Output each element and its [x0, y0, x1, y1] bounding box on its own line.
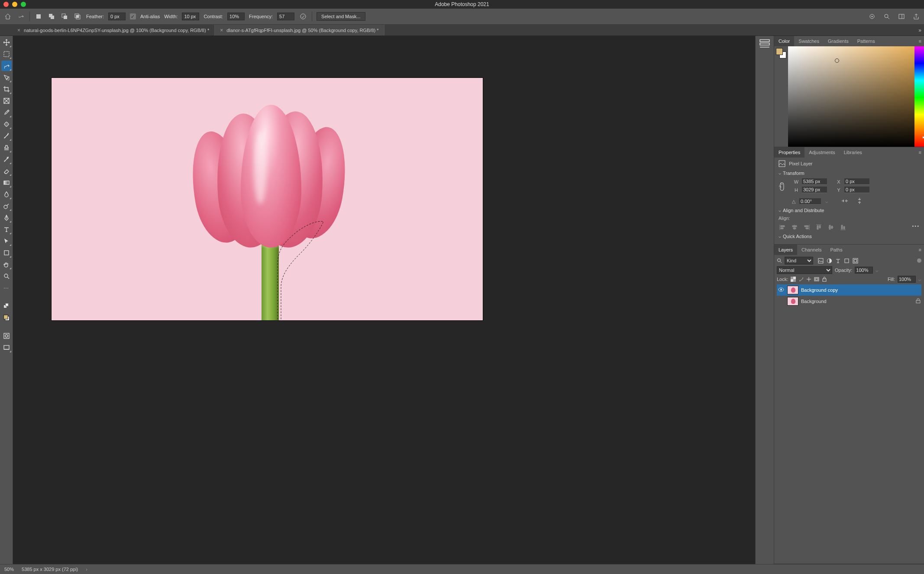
screen-mode-icon[interactable]: [1, 342, 12, 353]
chevron-right-icon[interactable]: ›: [86, 567, 87, 572]
frequency-input[interactable]: [277, 13, 294, 20]
search-icon[interactable]: [882, 12, 891, 21]
lock-nested-icon[interactable]: [814, 277, 819, 282]
align-section[interactable]: Align and Distribute: [779, 208, 920, 213]
hand-tool[interactable]: [1, 259, 12, 270]
height-field[interactable]: [802, 187, 827, 193]
dodge-tool[interactable]: [1, 201, 12, 211]
shape-tool[interactable]: [1, 248, 12, 258]
visibility-icon[interactable]: [778, 287, 785, 293]
filter-type-icon[interactable]: [835, 258, 841, 264]
frame-tool[interactable]: [1, 96, 12, 106]
path-select-tool[interactable]: [1, 236, 12, 246]
tab-paths[interactable]: Paths: [826, 245, 847, 255]
chevron-down-icon[interactable]: ⌵: [918, 277, 921, 282]
healing-tool[interactable]: [1, 119, 12, 129]
add-to-selection-icon[interactable]: [47, 12, 56, 21]
share-icon[interactable]: [912, 12, 921, 21]
lock-all-icon[interactable]: [822, 277, 827, 282]
tab-swatches[interactable]: Swatches: [794, 36, 824, 46]
stamp-tool[interactable]: [1, 142, 12, 153]
panel-menu-icon[interactable]: ≡: [916, 150, 924, 155]
lock-transparency-icon[interactable]: [791, 277, 796, 282]
filter-pixel-icon[interactable]: [817, 258, 824, 264]
history-brush-tool[interactable]: [1, 154, 12, 164]
width-field[interactable]: [802, 178, 827, 185]
layer-thumbnail[interactable]: [787, 286, 798, 294]
opacity-field[interactable]: [855, 267, 873, 274]
workspace-icon[interactable]: [897, 12, 906, 21]
layer-thumbnail[interactable]: [787, 297, 798, 306]
tab-libraries[interactable]: Libraries: [840, 147, 866, 158]
flip-vertical-icon[interactable]: [857, 197, 862, 205]
quick-actions-section[interactable]: Quick Actions: [779, 234, 920, 239]
x-field[interactable]: [844, 178, 869, 185]
intersect-selection-icon[interactable]: [73, 12, 82, 21]
search-icon[interactable]: [777, 258, 782, 263]
chevron-down-icon[interactable]: ⌵: [876, 268, 879, 273]
zoom-display[interactable]: 50%: [4, 567, 14, 572]
current-tool-icon[interactable]: [16, 12, 25, 21]
feather-input[interactable]: [108, 13, 126, 20]
lock-pixels-icon[interactable]: [798, 277, 804, 282]
antialias-checkbox[interactable]: [130, 13, 136, 19]
filter-shape-icon[interactable]: [843, 258, 850, 264]
align-hcenter-icon[interactable]: [791, 223, 798, 231]
lock-icon[interactable]: [916, 298, 921, 304]
align-vcenter-icon[interactable]: [827, 223, 835, 231]
lasso-tool[interactable]: [1, 61, 12, 71]
angle-field[interactable]: [799, 198, 821, 205]
tab-properties[interactable]: Properties: [774, 147, 804, 158]
tab-adjustments[interactable]: Adjustments: [804, 147, 840, 158]
panel-menu-icon[interactable]: ≡: [916, 39, 924, 44]
angle-dropdown-icon[interactable]: ⌵: [825, 199, 828, 204]
layer-row[interactable]: Background copy: [777, 284, 921, 296]
select-and-mask-button[interactable]: Select and Mask...: [317, 12, 365, 21]
transform-section[interactable]: Transform: [779, 171, 920, 176]
eyedropper-tool[interactable]: [1, 107, 12, 118]
canvas-area[interactable]: [13, 36, 755, 564]
filter-toggle[interactable]: [917, 258, 921, 263]
layer-row[interactable]: Background: [777, 296, 921, 307]
edit-toolbar[interactable]: ···: [1, 283, 12, 293]
quick-mask-icon[interactable]: [1, 331, 12, 341]
default-colors-icon[interactable]: [1, 301, 12, 311]
fill-field[interactable]: [898, 276, 916, 283]
close-icon[interactable]: ×: [17, 27, 20, 33]
more-options-icon[interactable]: •••: [912, 223, 920, 231]
gradient-tool[interactable]: [1, 177, 12, 188]
width-input[interactable]: [182, 13, 199, 20]
tab-channels[interactable]: Channels: [797, 245, 826, 255]
cloud-docs-icon[interactable]: [868, 12, 876, 21]
document-tab[interactable]: × dlanor-s-ATgfRqpFfFI-unsplash.jpg @ 50…: [215, 25, 384, 35]
tab-color[interactable]: Color: [774, 36, 794, 46]
layer-name[interactable]: Background copy: [801, 287, 838, 293]
new-selection-icon[interactable]: [34, 12, 43, 21]
doc-info[interactable]: 5385 px x 3029 px (72 ppi): [22, 567, 78, 572]
align-bottom-icon[interactable]: [839, 223, 847, 231]
type-tool[interactable]: [1, 224, 12, 235]
blur-tool[interactable]: [1, 189, 12, 200]
marquee-tool[interactable]: [1, 49, 12, 59]
collapse-panels-icon[interactable]: »: [918, 27, 921, 33]
link-wh-icon[interactable]: [779, 182, 785, 191]
document-tab[interactable]: × natural-goods-berlin-L6NP4ZGnpSY-unspl…: [12, 25, 215, 35]
color-field[interactable]: [788, 46, 914, 147]
collapsed-panel-icon[interactable]: [759, 39, 771, 49]
filter-adjust-icon[interactable]: [826, 258, 832, 264]
align-left-icon[interactable]: [779, 223, 786, 231]
panel-menu-icon[interactable]: ≡: [916, 247, 924, 252]
brush-tool[interactable]: [1, 131, 12, 141]
document-canvas[interactable]: [52, 78, 483, 320]
tab-patterns[interactable]: Patterns: [853, 36, 879, 46]
blend-mode-select[interactable]: Normal: [777, 266, 832, 274]
crop-tool[interactable]: [1, 84, 12, 94]
close-icon[interactable]: ×: [220, 27, 223, 33]
pen-pressure-icon[interactable]: [299, 12, 307, 21]
flip-horizontal-icon[interactable]: [841, 198, 848, 204]
eraser-tool[interactable]: [1, 166, 12, 176]
tab-gradients[interactable]: Gradients: [824, 36, 853, 46]
kind-filter[interactable]: Kind: [785, 257, 813, 264]
move-tool[interactable]: [1, 37, 12, 48]
fg-bg-swatch[interactable]: [776, 48, 786, 58]
